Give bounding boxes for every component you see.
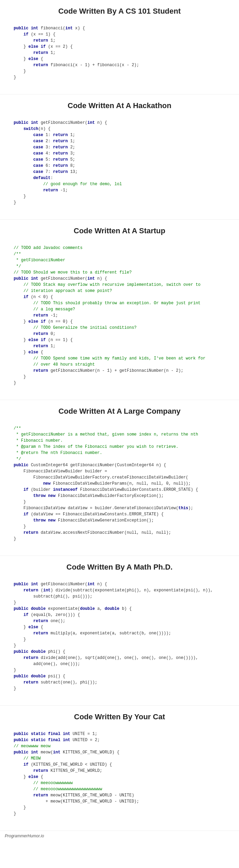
code-line: } [14, 600, 225, 606]
code-line: /** [14, 425, 225, 431]
code-line: } [14, 374, 225, 380]
code-line: public int getFibonacciNumber(int n) { [14, 120, 225, 126]
code-line: case 6: return 8; [14, 163, 225, 169]
code-line: return 1; [14, 38, 225, 44]
code-line: } else if (x == 2) { [14, 44, 225, 50]
code-line: case 3: return 2; [14, 144, 225, 150]
section-title-startup: Code Written At A Startup [10, 226, 229, 235]
code-line: return 1; [14, 343, 225, 349]
code-line: switch(n) { [14, 126, 225, 132]
footer-label: ProgrammerHumor.io [5, 834, 44, 838]
code-line: } else if (n == 1) { [14, 337, 225, 343]
code-line: } [14, 667, 225, 673]
code-line: } [14, 536, 225, 542]
code-line: public CustomInteger64 getFibonacciNumbe… [14, 462, 225, 468]
code-block-cat: public static final int UNITE = 1;public… [10, 727, 229, 820]
footer: ProgrammerHumor.io [0, 831, 239, 841]
code-line: public static final int UNITED = 2; [14, 737, 225, 743]
section-large-company: Code Written At A Large Company/** * get… [0, 400, 239, 556]
code-line: return -1; [14, 187, 225, 193]
code-line: return fibonacci(x - 1) + fibonacci(x - … [14, 62, 225, 68]
code-line: public int getFibonacciNumber(int n) { [14, 276, 225, 282]
code-line: throw new FibonacciDataViewGenerationExc… [14, 517, 225, 524]
code-block-startup: // TODO add Javadoc comments/** * getFib… [10, 241, 229, 389]
code-line: // iteration approach at some point? [14, 288, 225, 294]
code-line: } [14, 636, 225, 643]
code-line: return -1; [14, 312, 225, 319]
code-line: } else { [14, 56, 225, 62]
code-line: } [14, 193, 225, 200]
code-line: case 2: return 1; [14, 138, 225, 144]
code-line: // TODO This should probably throw an ex… [14, 300, 225, 306]
code-line: throw new FibonacciDataViewBuilderFactor… [14, 493, 225, 499]
code-line: if (dataView == FibonacciDataViewConstan… [14, 511, 225, 517]
code-line: // TODO Stack may overflow with recursiv… [14, 282, 225, 288]
code-line: // over 48 hours straight [14, 362, 225, 368]
code-block-hackathon: public int getFibonacciNumber(int n) { s… [10, 116, 229, 209]
code-line: return 1; [14, 50, 225, 56]
code-line: } [14, 380, 225, 386]
code-line: subtract(phi(), psi())); [14, 593, 225, 600]
code-line: public int meow(int KITTENS_OF_THE_WORLD… [14, 749, 225, 755]
code-line: // meowwww meow [14, 743, 225, 749]
code-line: } [14, 200, 225, 206]
code-line: // meeooowwwwwww [14, 780, 225, 786]
code-line: if (n < 0) { [14, 294, 225, 300]
code-line: case 7: return 13; [14, 169, 225, 175]
section-title-math-phd: Code Written By A Math Ph.D. [10, 563, 229, 572]
code-line: return subtract(one(), phi()); [14, 679, 225, 686]
code-block-large-company: /** * getFibonacciNumber is a method tha… [10, 422, 229, 545]
code-line: + meow(KITTENS_OF_THE_WORLD - UNITED); [14, 798, 225, 805]
code-line: return one(); [14, 618, 225, 624]
code-line: case 4: return 3; [14, 150, 225, 157]
code-line: add(one(), one())); [14, 661, 225, 667]
code-line: // good enough for the demo, lol [14, 181, 225, 187]
code-line: } [14, 643, 225, 649]
section-startup: Code Written At A Startup// TODO add Jav… [0, 220, 239, 400]
code-line: * Fibonacci number. [14, 438, 225, 444]
code-line: } else if (n == 0) { [14, 319, 225, 325]
code-line: public double phi() { [14, 649, 225, 655]
code-line: * getFibonacciNumber is a method that, g… [14, 431, 225, 438]
section-hackathon: Code Written At A Hackathonpublic int ge… [0, 94, 239, 220]
code-line: public int fibonacci(int x) { [14, 25, 225, 31]
code-line: FibonacciDataViewBuilder builder = [14, 468, 225, 474]
code-line: * @return The nth Fibonacci number. [14, 450, 225, 456]
section-title-hackathon: Code Written At A Hackathon [10, 101, 229, 110]
code-line: */ [14, 456, 225, 462]
code-line: } [14, 68, 225, 74]
code-line: */ [14, 263, 225, 269]
code-line: if (equal(b, zero())) { [14, 612, 225, 618]
section-cat: Code Written By Your Catpublic static fi… [0, 706, 239, 831]
code-line: return 0; [14, 331, 225, 337]
code-line: } [14, 499, 225, 505]
code-line: return getFibonacciNumber(n - 1) + getFi… [14, 368, 225, 374]
code-block-cs101: public int fibonacci(int x) { if (x == 1… [10, 22, 229, 84]
code-line: case 5: return 5; [14, 157, 225, 163]
code-line: /** [14, 251, 225, 257]
code-line: FibonacciDataView dataView = builder.Gen… [14, 505, 225, 511]
code-line: new FibonacciDataViewBuilderParams(n, nu… [14, 481, 225, 487]
code-block-math-phd: public int getFibonacciNumber(int n) { r… [10, 578, 229, 695]
section-math-phd: Code Written By A Math Ph.D.public int g… [0, 556, 239, 706]
code-line: } else { [14, 624, 225, 630]
code-line: public static final int UNITE = 1; [14, 731, 225, 737]
code-line: default: [14, 175, 225, 181]
code-line: // a log message? [14, 306, 225, 312]
section-cs101: Code Written By A CS 101 Studentpublic i… [0, 0, 239, 94]
code-line: } [14, 524, 225, 530]
code-line: return (int) divide(subtract(exponentiat… [14, 587, 225, 593]
code-line: return multiply(a, exponentiate(a, subtr… [14, 630, 225, 636]
code-line: public int getFibonacciNumber(int n) { [14, 581, 225, 587]
code-line: } [14, 74, 225, 80]
code-line: case 1: return 1; [14, 132, 225, 138]
code-line: } [14, 805, 225, 811]
code-line: return meow(KITTENS_OF_THE_WORLD - UNITE… [14, 792, 225, 798]
code-line: // MEOW [14, 755, 225, 762]
code-line: // TODO Should we move this to a differe… [14, 269, 225, 276]
code-line: } [14, 811, 225, 817]
code-line: * getFibonacciNumber [14, 257, 225, 263]
code-line: return KITTENS_OF_THE_WORLD; [14, 768, 225, 774]
section-title-cs101: Code Written By A CS 101 Student [10, 7, 229, 16]
code-line: if (builder instanceof FibonacciDataView… [14, 487, 225, 493]
